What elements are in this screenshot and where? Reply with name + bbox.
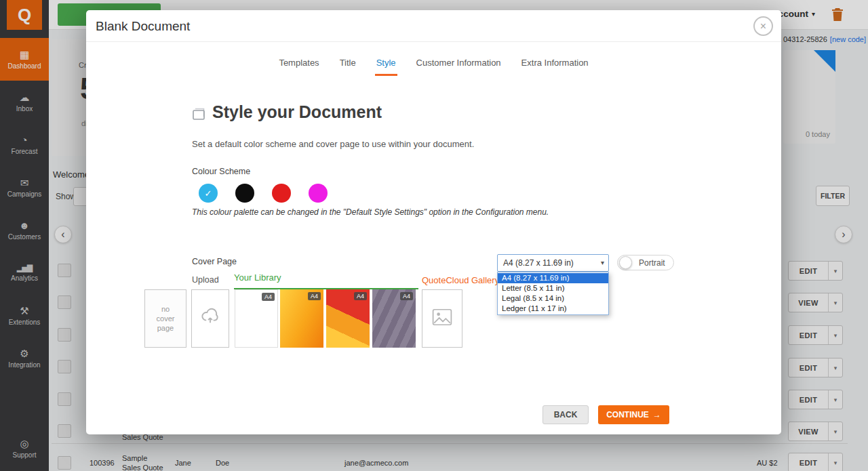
back-button[interactable]: BACK	[542, 405, 589, 424]
colour-scheme-label: Colour Scheme	[192, 167, 250, 176]
gallery-box[interactable]	[422, 289, 462, 348]
cover-thumbnail-purple[interactable]: A4	[372, 289, 416, 348]
colour-scheme-note: This colour palette can be changed in th…	[192, 207, 549, 217]
option-letter[interactable]: Letter (8.5 x 11 in)	[498, 283, 608, 293]
close-icon: ×	[760, 20, 766, 33]
tab-title[interactable]: Title	[338, 52, 357, 76]
paper-badge: A4	[354, 292, 367, 300]
tab-templates[interactable]: Templates	[277, 52, 320, 76]
paper-size-select[interactable]: A4 (8.27 x 11.69 in) ▾	[497, 254, 609, 272]
dialog-title: Blank Document	[96, 10, 190, 42]
upload-cloud-icon	[201, 308, 220, 329]
paper-badge: A4	[400, 292, 413, 300]
swatch-cyan[interactable]: ✓	[199, 184, 218, 203]
page-subtitle: Set a default color scheme and cover pag…	[192, 139, 474, 149]
chevron-down-icon: ▾	[601, 255, 604, 271]
cover-tab-quotecloud-gallery[interactable]: QuoteCloud Gallery	[422, 275, 499, 285]
arrow-right-icon: →	[653, 410, 661, 419]
tab-style[interactable]: Style	[375, 52, 397, 76]
orientation-label: Portrait	[639, 258, 665, 268]
app-screen: CREATE Account ▾ 04312-25826 [new code] …	[0, 0, 868, 471]
option-legal[interactable]: Legal (8.5 x 14 in)	[498, 293, 608, 304]
dialog-header: Blank Document ×	[86, 10, 781, 42]
cover-page-label: Cover Page	[192, 257, 237, 266]
swatch-black[interactable]	[235, 184, 254, 203]
document-style-icon	[191, 106, 207, 125]
close-button[interactable]: ×	[753, 16, 773, 36]
paper-size-value: A4 (8.27 x 11.69 in)	[503, 255, 574, 271]
cover-tab-upload[interactable]: Upload	[192, 275, 219, 285]
paper-size-options: A4 (8.27 x 11.69 in) Letter (8.5 x 11 in…	[497, 272, 609, 315]
colour-swatches: ✓	[199, 184, 328, 203]
blank-document-dialog: Blank Document × Templates Title Style C…	[86, 10, 781, 434]
option-ledger[interactable]: Ledger (11 x 17 in)	[498, 304, 608, 314]
dialog-tabs: Templates Title Style Customer Informati…	[86, 52, 781, 76]
cover-thumbnail-red[interactable]: A4	[326, 289, 370, 348]
continue-button[interactable]: CONTINUE →	[598, 405, 669, 424]
no-cover-option[interactable]: no cover page	[144, 289, 186, 348]
cover-tab-your-library[interactable]: Your Library	[234, 271, 418, 289]
paper-badge: A4	[262, 293, 275, 301]
option-a4[interactable]: A4 (8.27 x 11.69 in)	[498, 273, 608, 283]
check-icon: ✓	[205, 188, 212, 199]
upload-dropzone[interactable]	[191, 289, 229, 348]
image-gallery-icon	[432, 308, 452, 329]
swatch-red[interactable]	[272, 184, 291, 203]
paper-badge: A4	[308, 292, 321, 300]
orientation-toggle[interactable]: Portrait	[617, 255, 674, 270]
tab-customer-information[interactable]: Customer Information	[415, 52, 502, 76]
cover-thumbnail-white[interactable]: A4	[235, 289, 278, 348]
tab-extra-information[interactable]: Extra Information	[520, 52, 590, 76]
swatch-magenta[interactable]	[309, 184, 328, 203]
toggle-knob[interactable]	[619, 256, 632, 269]
cover-thumbnail-orange[interactable]: A4	[280, 289, 323, 348]
page-title: Style your Document	[212, 102, 382, 122]
